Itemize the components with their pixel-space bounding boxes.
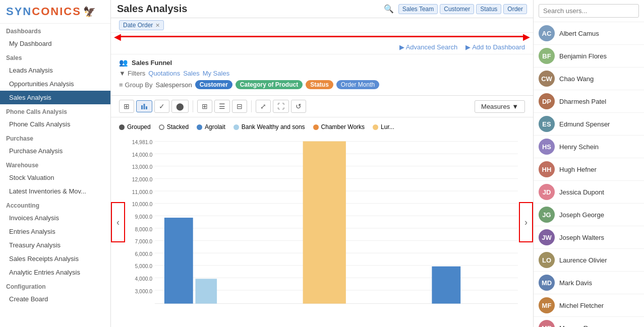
sidebar: SYNCONICS 🦅 Dashboards My Dashboard Sale… bbox=[0, 0, 111, 327]
view-cross-btn[interactable]: ⛶ bbox=[273, 100, 289, 113]
avatar-chao-wang: CW bbox=[539, 71, 555, 87]
view-pivot-btn[interactable]: ⊟ bbox=[232, 100, 247, 113]
logo-text: SYNCONICS bbox=[6, 5, 81, 18]
user-list-item-jessica-dupont[interactable]: JDJessica Dupont bbox=[534, 181, 644, 204]
legend-grouped: Grouped bbox=[119, 123, 151, 130]
svg-text:14,000.0: 14,000.0 bbox=[132, 152, 153, 158]
user-list-item-joseph-george[interactable]: JGJoseph George bbox=[534, 204, 644, 226]
groupby-badge-status[interactable]: Status bbox=[306, 80, 333, 89]
view-list-btn[interactable]: ☰ bbox=[214, 100, 230, 113]
filter-quotations[interactable]: Quotations bbox=[148, 70, 180, 77]
filter-sales[interactable]: Sales bbox=[183, 70, 200, 77]
legend-bank-wealthy-dot bbox=[233, 124, 239, 130]
legend-agrolait-dot bbox=[197, 124, 202, 130]
sidebar-item-sales-receipts[interactable]: Sales Receipts Analysis bbox=[0, 252, 110, 266]
sidebar-item-latest-inventories[interactable]: Latest Inventories & Mov... bbox=[0, 184, 110, 198]
user-list-item-mark-davis[interactable]: MDMark Davis bbox=[534, 272, 644, 294]
filter-tag-date-order-close[interactable]: ✕ bbox=[155, 22, 160, 29]
svg-text:4,000.0: 4,000.0 bbox=[135, 276, 152, 282]
filter-tag-date-order[interactable]: Date Order ✕ bbox=[119, 20, 164, 30]
view-refresh-btn[interactable]: ↺ bbox=[291, 100, 306, 113]
sidebar-item-treasury-analysis[interactable]: Treasury Analysis bbox=[0, 238, 110, 252]
sidebar-item-invoices-analysis[interactable]: Invoices Analysis bbox=[0, 211, 110, 225]
search-users-input[interactable] bbox=[539, 4, 639, 18]
avatar-joseph-walters: JW bbox=[539, 229, 555, 245]
user-name-michel-fletcher: Michel Fletcher bbox=[559, 302, 604, 309]
view-grid-btn[interactable]: ⊞ bbox=[197, 100, 212, 113]
measures-chevron: ▼ bbox=[512, 103, 518, 110]
red-arrow-row bbox=[111, 33, 533, 40]
legend-lur: Lur... bbox=[373, 123, 394, 130]
svg-text:7,000.0: 7,000.0 bbox=[135, 239, 152, 244]
sidebar-item-my-dashboard[interactable]: My Dashboard bbox=[0, 37, 110, 50]
sales-funnel-row: 👥 Sales Funnel bbox=[119, 58, 525, 67]
sidebar-item-sales-analysis[interactable]: Sales Analysis bbox=[0, 91, 110, 104]
legend-lur-dot bbox=[373, 124, 378, 130]
groupby-salesperson: Salesperson bbox=[156, 81, 192, 89]
svg-text:5,000.0: 5,000.0 bbox=[135, 264, 152, 269]
avatar-mark-davis: MD bbox=[539, 275, 555, 291]
sidebar-item-create-board[interactable]: Create Board bbox=[0, 292, 110, 306]
svg-text:9,000.0: 9,000.0 bbox=[135, 214, 152, 220]
avatar-dharmesh-patel: DP bbox=[539, 93, 555, 109]
filter-tag-status[interactable]: Status bbox=[476, 4, 501, 14]
avatar-laurence-olivier: LO bbox=[539, 252, 555, 268]
user-list-item-laurence-olivier[interactable]: LOLaurence Olivier bbox=[534, 249, 644, 272]
user-list-item-albert-camus[interactable]: ACAlbert Camus bbox=[534, 22, 644, 45]
page-title: Sales Analysis bbox=[117, 3, 187, 15]
legend-agrolait: Agrolait bbox=[197, 123, 225, 130]
avatar-benjamin-flores: BF bbox=[539, 48, 555, 64]
filter-my-sales[interactable]: My Sales bbox=[203, 70, 229, 77]
sidebar-item-stock-valuation[interactable]: Stock Valuation bbox=[0, 171, 110, 184]
filter-tag-customer[interactable]: Customer bbox=[440, 4, 474, 14]
user-list-item-edmund-spenser[interactable]: ESEdmund Spenser bbox=[534, 113, 644, 136]
user-list-item-michel-fletcher[interactable]: MFMichel Fletcher bbox=[534, 294, 644, 317]
avatar-joseph-george: JG bbox=[539, 207, 555, 223]
view-bar-btn[interactable] bbox=[136, 100, 152, 112]
active-filters-row: Date Order ✕ bbox=[111, 18, 533, 33]
measures-button[interactable]: Measures ▼ bbox=[475, 100, 525, 113]
view-expand-btn[interactable]: ⤢ bbox=[256, 100, 271, 113]
groupby-badge-category[interactable]: Category of Product bbox=[236, 80, 303, 89]
svg-text:6,000.0: 6,000.0 bbox=[135, 251, 152, 257]
user-list-item-dharmesh-patel[interactable]: DPDharmesh Patel bbox=[534, 90, 644, 113]
search-icon[interactable]: 🔍 bbox=[381, 3, 396, 15]
legend-grouped-dot bbox=[119, 124, 125, 130]
chart-scroll-right[interactable]: › bbox=[519, 202, 533, 242]
filter-tag-sales-team[interactable]: Sales Team bbox=[398, 4, 438, 14]
sidebar-item-opportunities-analysis[interactable]: Opportunities Analysis bbox=[0, 77, 110, 91]
sidebar-item-phone-calls[interactable]: Phone Calls Analysis bbox=[0, 117, 110, 131]
chart-scroll-left[interactable]: ‹ bbox=[111, 202, 125, 242]
toolbar-sep-2 bbox=[251, 100, 252, 112]
legend-agrolait-label: Agrolait bbox=[205, 123, 225, 130]
sidebar-item-entries-analysis[interactable]: Entries Analysis bbox=[0, 225, 110, 238]
groupby-badge-customer[interactable]: Customer bbox=[195, 80, 232, 89]
view-table-btn[interactable]: ⊞ bbox=[119, 100, 134, 113]
sidebar-item-analytic-entries[interactable]: Analytic Entries Analysis bbox=[0, 266, 110, 279]
filter-tag-order[interactable]: Order bbox=[503, 4, 527, 14]
sidebar-item-purchase-analysis[interactable]: Purchase Analysis bbox=[0, 144, 110, 158]
sidebar-item-leads-analysis[interactable]: Leads Analysis bbox=[0, 63, 110, 77]
user-list-item-chao-wang[interactable]: CWChao Wang bbox=[534, 68, 644, 90]
add-to-dashboard-link[interactable]: ▶ Add to Dashboard bbox=[465, 43, 525, 51]
svg-rect-2 bbox=[146, 106, 147, 109]
user-name-laurence-olivier: Laurence Olivier bbox=[559, 256, 607, 264]
advanced-search-row: ▶ Advanced Search ▶ Add to Dashboard bbox=[111, 40, 533, 54]
advanced-search-link[interactable]: ▶ Advanced Search bbox=[399, 43, 458, 51]
user-list-item-joseph-walters[interactable]: JWJoseph Walters bbox=[534, 226, 644, 249]
svg-rect-1 bbox=[144, 104, 145, 109]
filter-tag-date-order-label: Date Order bbox=[123, 22, 153, 29]
user-list-item-morgan-rose[interactable]: MRMorgan Rose bbox=[534, 317, 644, 327]
main-area: Sales Analysis 🔍 Sales Team Customer Sta… bbox=[111, 0, 533, 327]
user-name-joseph-george: Joseph George bbox=[559, 211, 604, 219]
view-check-btn[interactable]: ✓ bbox=[154, 100, 169, 113]
user-name-morgan-rose: Morgan Rose bbox=[559, 324, 599, 328]
view-circle-btn[interactable]: ⬤ bbox=[171, 100, 189, 113]
filter-row: ▼ Filters Quotations Sales My Sales bbox=[119, 70, 525, 77]
user-list-item-henry-schein[interactable]: HSHenry Schein bbox=[534, 136, 644, 158]
bar-chart: 14,981.0 14,000.0 13,000.0 12,000.0 11,0… bbox=[119, 137, 525, 318]
groupby-badge-order-month[interactable]: Order Month bbox=[336, 80, 379, 89]
toolbar-sep-1 bbox=[193, 100, 193, 112]
user-list-item-benjamin-flores[interactable]: BFBenjamin Flores bbox=[534, 45, 644, 68]
user-list-item-hugh-hefner[interactable]: HHHugh Hefner bbox=[534, 158, 644, 181]
